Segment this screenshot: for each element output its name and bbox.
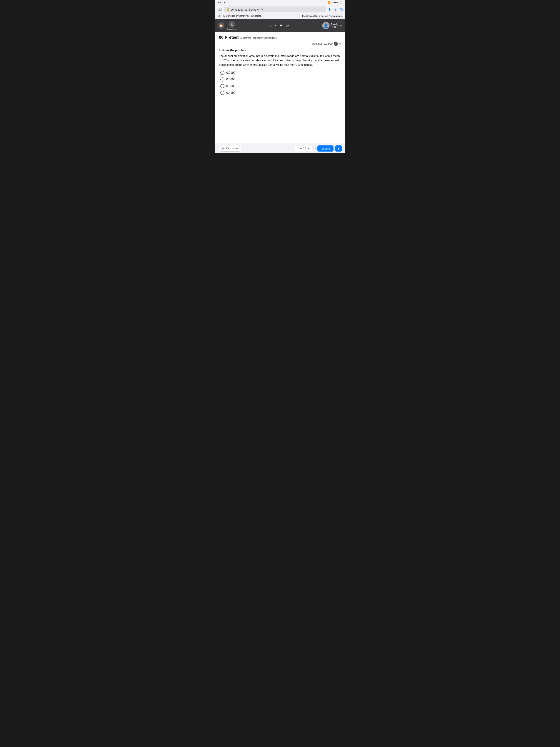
wifi-icon: 📶 — [327, 1, 330, 4]
home-icon: 🏠 — [219, 24, 223, 28]
answer-choice-d[interactable]: 0.4192 — [220, 91, 341, 95]
browser-chrome: 📖 🔒 bcms4237-bentleyhs-c ↻ ⬆ ＋ ⧉ — [215, 5, 345, 14]
new-tab-icon[interactable]: ＋ — [334, 7, 338, 12]
pretest-bold-label: 06:Pretest — [219, 35, 239, 40]
tabs-icon[interactable]: ⧉ — [340, 7, 343, 12]
answer-text-a: 0.9192 — [226, 71, 235, 75]
status-bar: ne Mar 10 📶 100% 🔋 — [215, 0, 345, 5]
pretest-title: 06:Pretest 06:Normal Probability Distrib… — [219, 35, 277, 40]
reload-icon[interactable]: ↻ — [261, 8, 263, 11]
user-avatar: 👤 — [322, 22, 330, 29]
pretest-sub-label: 06:Normal Probability Distributions — [240, 36, 277, 39]
user-dropdown-arrow[interactable]: ▼ — [340, 24, 342, 27]
page-indicator[interactable]: 1 of 20 ▼ — [295, 146, 313, 151]
due-date-dropdown[interactable]: ▼ — [339, 43, 341, 45]
answer-text-d: 0.4192 — [226, 91, 235, 95]
objectives-button[interactable]: ◎ — [229, 21, 235, 28]
home-button[interactable]: 🏠 — [218, 22, 224, 29]
due-date-text: Target due: 3/23/20 — [310, 42, 332, 45]
question-text: The annual precipitation amounts in a ce… — [219, 54, 341, 67]
page-forward-arrow[interactable]: › — [314, 146, 316, 151]
pagination-row: ‹ 1 of 20 ▼ › Submit ▲ — [292, 146, 342, 152]
avatar-icon: 👤 — [323, 23, 328, 28]
answer-text-c: 0.0808 — [226, 84, 235, 88]
radio-a[interactable] — [220, 71, 224, 75]
page-title-text: Electronic Burn Permit Regulations — [302, 15, 343, 18]
question-number: 1. Solve the problem. — [219, 49, 341, 52]
user-name: Timothy Reed — [331, 23, 339, 28]
battery-text: 100% — [332, 1, 338, 4]
status-date: ne Mar 10 — [218, 1, 229, 4]
main-content: 06:Pretest 06:Normal Probability Distrib… — [215, 32, 345, 143]
answer-text-b: 0.5808 — [226, 78, 235, 81]
description-icon: ◷ — [221, 147, 224, 150]
url-text: bcms4237-bentleyhs-c — [231, 8, 259, 11]
radio-b[interactable] — [220, 77, 224, 81]
page-back-arrow[interactable]: ‹ — [292, 146, 293, 151]
heart-icon[interactable]: ♥ — [280, 23, 282, 28]
submit-button[interactable]: Submit — [317, 146, 334, 152]
nav-forward-button[interactable]: › — [275, 23, 276, 28]
answer-choice-c[interactable]: 0.0808 — [220, 84, 341, 88]
breadcrumb: es - HS: Statistics (Prescriptive) - 06:… — [215, 14, 345, 19]
page-indicator-text: 1 of 20 — [298, 147, 306, 150]
radio-d[interactable] — [220, 91, 224, 95]
share-icon[interactable]: ⬆ — [328, 7, 331, 12]
nav-back-button[interactable]: ‹ — [270, 23, 271, 28]
bookmarks-icon[interactable]: 📖 — [217, 7, 222, 12]
lock-icon: 🔒 — [226, 8, 230, 11]
bottom-bar: ◷ Description ‹ 1 of 20 ▼ › Submit ▲ — [215, 143, 345, 153]
battery-icon: 🔋 — [339, 1, 342, 4]
expand-icon[interactable]: ↗ — [286, 23, 289, 28]
expand-button[interactable]: ▲ — [336, 146, 342, 152]
objectives-label: Objectives — [227, 28, 237, 30]
description-label: Description — [226, 147, 239, 150]
answer-choice-a[interactable]: 0.9192 — [220, 71, 341, 75]
description-button[interactable]: ◷ Description — [218, 145, 242, 152]
address-bar[interactable]: 🔒 bcms4237-bentleyhs-c ↻ — [224, 6, 326, 12]
info-button[interactable]: i — [334, 42, 338, 46]
course-title-text: es - HS: Statistics (Prescriptive) - 06:… — [217, 15, 261, 17]
objectives-icon: ◎ — [231, 23, 233, 26]
app-header: 🏠 ◎ Objectives ‹ › ♥ ↗ 👤 Timothy Reed ▼ — [215, 19, 345, 32]
page-dropdown-arrow[interactable]: ▼ — [308, 148, 309, 150]
answer-choice-b[interactable]: 0.5808 — [220, 77, 341, 81]
answer-choices: 0.9192 0.5808 0.0808 0.4192 — [220, 71, 341, 95]
radio-c[interactable] — [220, 84, 224, 88]
due-date-row: Target due: 3/23/20 i ▼ — [219, 42, 341, 46]
